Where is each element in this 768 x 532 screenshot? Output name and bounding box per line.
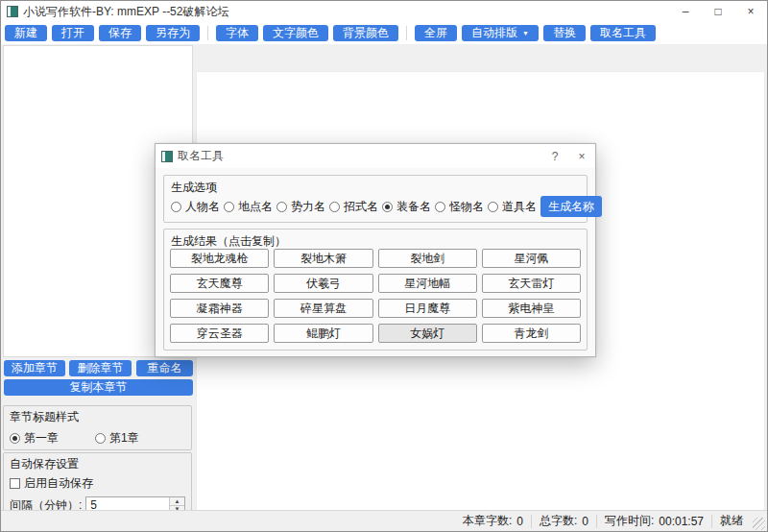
radio-icon [171, 202, 181, 212]
radio-label: 道具名 [502, 199, 537, 215]
dialog-icon [161, 151, 173, 162]
result-name-button[interactable]: 裂地木箫 [274, 249, 372, 268]
result-name-button[interactable]: 女娲灯 [378, 324, 477, 343]
dialog-controls: ? × [541, 144, 595, 168]
rename-chapter-button[interactable]: 重命名 [136, 360, 193, 376]
font-button[interactable]: 字体 [216, 25, 258, 41]
window-title: 小说写作软件-BY: mmEXP --52破解论坛 [23, 4, 228, 20]
radio-faction-name[interactable]: 势力名 [276, 199, 325, 215]
enable-autosave-checkbox[interactable]: 启用自动保存 [10, 475, 185, 492]
result-name-button[interactable]: 碎星算盘 [274, 299, 372, 318]
checkbox-icon [10, 478, 20, 489]
save-button[interactable]: 保存 [99, 25, 141, 41]
app-window: 小说写作软件-BY: mmEXP --52破解论坛 – □ × 新建 打开 保存… [0, 0, 768, 532]
fullscreen-button[interactable]: 全屏 [415, 25, 457, 41]
writing-time: 写作时间: 00:01:57 [596, 515, 711, 528]
chapter-title-style-label: 章节标题样式 [10, 409, 185, 425]
new-button[interactable]: 新建 [5, 25, 47, 41]
radio-label: 怪物名 [449, 199, 484, 215]
generation-results-group: 生成结果（点击复制） 裂地龙魂枪 裂地木箫 裂地剑 星河佩 玄天魔尊 伏羲弓 星… [163, 229, 588, 351]
radio-icon [435, 202, 445, 212]
radio-equipment-name[interactable]: 装备名 [382, 199, 431, 215]
auto-layout-label: 自动排版 [471, 25, 517, 41]
radio-label: 第1章 [109, 430, 139, 447]
autosave-settings-group: 自动保存设置 启用自动保存 间隔（分钟）: 5 ▲ ▼ [3, 452, 192, 511]
generate-name-button[interactable]: 生成名称 [540, 196, 602, 217]
maximize-button[interactable]: □ [702, 1, 734, 22]
result-name-button[interactable]: 星河佩 [482, 249, 581, 268]
result-name-button[interactable]: 玄天雷灯 [482, 274, 581, 293]
result-name-button[interactable]: 青龙剑 [482, 324, 581, 343]
status-ready: 就绪 [711, 515, 751, 528]
radio-label: 装备名 [396, 199, 431, 215]
chapter-title-style-group: 章节标题样式 第一章 第1章 [3, 405, 192, 450]
app-icon [7, 6, 18, 17]
radio-chapter-style-numeric[interactable]: 第1章 [95, 430, 139, 447]
window-controls: – □ × [669, 1, 767, 22]
generation-options-label: 生成选项 [171, 180, 580, 196]
delete-chapter-button[interactable]: 删除章节 [69, 360, 132, 376]
text-color-button[interactable]: 文字颜色 [263, 25, 328, 41]
copy-chapter-button[interactable]: 复制本章节 [4, 379, 193, 396]
total-word-count-label: 总字数: [540, 513, 577, 529]
auto-layout-button[interactable]: 自动排版 ▼ [462, 25, 539, 41]
radio-icon [10, 433, 20, 444]
resize-grip-icon[interactable] [753, 518, 765, 530]
radio-move-name[interactable]: 招式名 [329, 199, 378, 215]
dialog-title: 取名工具 [178, 148, 224, 164]
chapter-word-count-value: 0 [516, 515, 523, 528]
background-color-button[interactable]: 背景颜色 [333, 25, 398, 41]
replace-button[interactable]: 替换 [543, 25, 586, 41]
result-name-button[interactable]: 日月魔尊 [378, 299, 477, 318]
result-name-button[interactable]: 星河地幅 [378, 274, 477, 293]
minimize-button[interactable]: – [669, 1, 702, 22]
chapter-word-count-label: 本章字数: [463, 513, 512, 529]
dialog-titlebar: 取名工具 ? × [156, 144, 595, 168]
radio-label: 地点名 [238, 199, 273, 215]
radio-label: 招式名 [344, 199, 378, 215]
radio-place-name[interactable]: 地点名 [224, 199, 273, 215]
generation-options-group: 生成选项 人物名 地点名 势力名 招式名 [163, 175, 588, 223]
add-chapter-button[interactable]: 添加章节 [4, 360, 65, 376]
radio-label: 第一章 [24, 430, 59, 447]
close-button[interactable]: × [734, 1, 767, 22]
radio-chapter-style-chinese[interactable]: 第一章 [10, 430, 59, 447]
naming-tool-dialog: 取名工具 ? × 生成选项 人物名 地点名 势力名 [155, 143, 596, 357]
results-grid: 裂地龙魂枪 裂地木箫 裂地剑 星河佩 玄天魔尊 伏羲弓 星河地幅 玄天雷灯 凝霜… [170, 249, 581, 343]
spin-up-icon[interactable]: ▲ [170, 497, 184, 505]
writing-time-value: 00:01:57 [659, 515, 704, 528]
radio-icon [276, 202, 287, 212]
chapter-title-style-options: 第一章 第1章 [10, 430, 185, 447]
radio-label: 人物名 [185, 199, 220, 215]
radio-character-name[interactable]: 人物名 [171, 199, 220, 215]
result-name-button[interactable]: 紫电神皇 [482, 299, 581, 318]
dialog-help-button[interactable]: ? [541, 144, 568, 168]
result-name-button[interactable]: 凝霜神器 [170, 299, 269, 318]
generation-options-row: 人物名 地点名 势力名 招式名 装备名 [171, 196, 581, 217]
titlebar: 小说写作软件-BY: mmEXP --52破解论坛 – □ × [1, 1, 767, 22]
open-button[interactable]: 打开 [52, 25, 94, 41]
total-word-count-value: 0 [582, 515, 588, 528]
naming-tool-button[interactable]: 取名工具 [590, 25, 656, 41]
radio-monster-name[interactable]: 怪物名 [435, 199, 484, 215]
toolbar-separator [406, 26, 407, 40]
result-name-button[interactable]: 裂地龙魂枪 [170, 249, 269, 268]
save-as-button[interactable]: 另存为 [146, 25, 200, 41]
radio-icon [382, 202, 393, 212]
dialog-close-button[interactable]: × [568, 144, 595, 168]
result-name-button[interactable]: 裂地剑 [378, 249, 477, 268]
writing-time-label: 写作时间: [605, 513, 654, 529]
result-name-button[interactable]: 鲲鹏灯 [274, 324, 372, 343]
chapter-word-count: 本章字数: 0 [455, 515, 531, 528]
result-name-button[interactable]: 伏羲弓 [274, 274, 372, 293]
toolbar: 新建 打开 保存 另存为 字体 文字颜色 背景颜色 全屏 自动排版 ▼ 替换 取… [1, 22, 767, 44]
result-name-button[interactable]: 玄天魔尊 [170, 274, 269, 293]
radio-icon [329, 202, 340, 212]
result-name-button[interactable]: 穿云圣器 [170, 324, 269, 343]
radio-item-name[interactable]: 道具名 [488, 199, 537, 215]
radio-icon [224, 202, 234, 212]
toolbar-separator [207, 26, 208, 40]
radio-icon [488, 202, 498, 212]
total-word-count: 总字数: 0 [531, 515, 596, 528]
autosave-settings-label: 自动保存设置 [10, 456, 185, 472]
